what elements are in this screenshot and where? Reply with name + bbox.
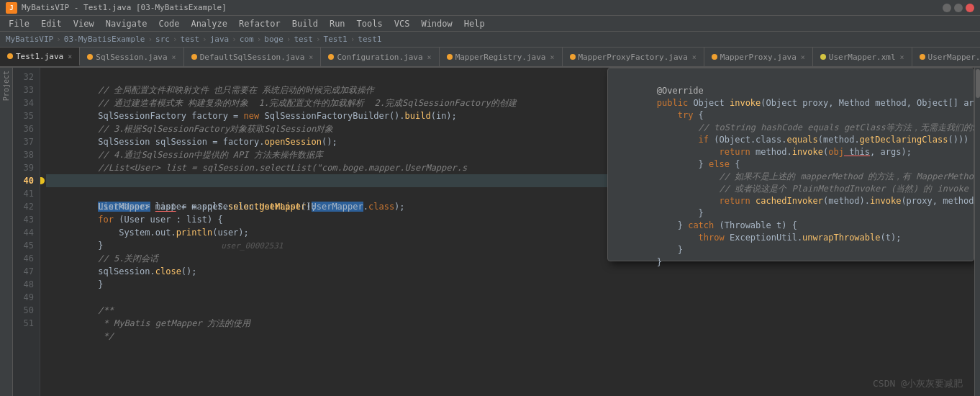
line-num-43: 43	[13, 213, 40, 226]
menu-analyze[interactable]: Analyze	[185, 19, 233, 29]
sidebar-label: Project	[2, 71, 10, 101]
app-icon: J	[6, 2, 17, 14]
nav-project[interactable]: MyBatisVIP	[6, 35, 53, 44]
line-num-51: 51	[13, 317, 40, 330]
project-sidebar-tab[interactable]: Project	[0, 68, 13, 396]
code-line-51: */	[46, 317, 968, 330]
window-title: MyBatisVIP - Test1.java [03-MyBatisExamp…	[22, 3, 227, 12]
line-num-41: 41	[13, 187, 40, 200]
tab-icon	[920, 54, 925, 60]
vertical-scrollbar[interactable]	[974, 68, 980, 396]
code-line-50: * MyBatis getMapper 方法的使用	[46, 304, 968, 317]
line-num-33: 33	[13, 84, 40, 96]
tab-label: SqlSession.java	[96, 53, 167, 62]
tab-defaultsqlsession[interactable]: DefaultSqlSession.java ×	[184, 48, 322, 66]
watermark: CSDN @小灰灰要减肥	[873, 377, 963, 390]
nav-testpkg[interactable]: test	[294, 35, 313, 44]
nav-module[interactable]: 03-MyBatisExample	[64, 35, 145, 44]
line-num-37: 37	[13, 135, 40, 148]
nav-test1-class[interactable]: Test1	[324, 35, 348, 44]
minimize-btn[interactable]	[943, 4, 951, 12]
line-num-45: 45	[13, 239, 40, 252]
tab-mapperregistry[interactable]: MapperRegistry.java ×	[440, 48, 563, 66]
nav-test[interactable]: test	[181, 35, 200, 44]
tab-icon	[820, 54, 826, 60]
tab-mapperproxyfactory[interactable]: MapperProxyFactory.java ×	[563, 48, 704, 66]
tab-usermapper-java[interactable]: UserMapper.java ×	[912, 48, 980, 66]
code-popup: @Override public Object invoke(Object pr…	[607, 68, 974, 261]
code-line-49: /**	[46, 291, 968, 304]
line-num-32: 32	[13, 71, 40, 84]
nav-src[interactable]: src	[155, 35, 170, 44]
line-num-38: 38	[13, 148, 40, 161]
tab-label: Configuration.java	[337, 53, 422, 62]
tab-label: UserMapper.java	[928, 53, 980, 62]
breadcrumb: MyBatisVIP › 03-MyBatisExample › src › t…	[0, 32, 980, 48]
tab-bar: Test1.java × SqlSession.java × DefaultSq…	[0, 48, 980, 68]
menu-navigate[interactable]: Navigate	[100, 19, 153, 29]
tab-test1[interactable]: Test1.java ×	[0, 48, 80, 66]
line-num-42: 42	[13, 200, 40, 213]
menu-run[interactable]: Run	[324, 19, 351, 29]
nav-java[interactable]: java	[210, 35, 230, 44]
tab-mapperproxy[interactable]: MapperProxy.java ×	[704, 48, 813, 66]
line-num-47: 47	[13, 265, 40, 278]
tab-label: UserMapper.xml	[829, 53, 896, 62]
menu-view[interactable]: View	[68, 19, 100, 29]
menu-build[interactable]: Build	[286, 19, 324, 29]
tab-configuration[interactable]: Configuration.java ×	[321, 48, 439, 66]
line-num-44: 44	[13, 226, 40, 239]
editor-area: Project 32 33 34 35 36 37 38 39 40 41 42…	[0, 68, 980, 396]
tab-label: MapperRegistry.java	[455, 53, 546, 62]
title-bar: J MyBatisVIP - Test1.java [03-MyBatisExa…	[0, 0, 980, 16]
tab-icon	[712, 54, 717, 60]
tab-close-icon[interactable]: ×	[172, 53, 176, 61]
tab-close-icon[interactable]: ×	[309, 53, 313, 61]
tab-close-icon[interactable]: ×	[550, 53, 554, 61]
line-num-49: 49	[13, 291, 40, 304]
menu-tools[interactable]: Tools	[351, 19, 389, 29]
menu-window[interactable]: Window	[415, 19, 458, 29]
menu-code[interactable]: Code	[153, 19, 186, 29]
menu-help[interactable]: Help	[458, 19, 491, 29]
code-editor[interactable]: // 全局配置文件和映射文件 也只需要在 系统启动的时候完成加载操作 // 通过…	[40, 68, 974, 396]
breakpoint-indicator	[40, 177, 45, 184]
line-num-34: 34	[13, 96, 40, 109]
maximize-btn[interactable]	[954, 4, 963, 12]
tab-label: MapperProxy.java	[720, 53, 797, 62]
line-num-35: 35	[13, 109, 40, 122]
tab-sqlsession[interactable]: SqlSession.java ×	[80, 48, 183, 66]
line-num-48: 48	[13, 278, 40, 291]
scrollbar-thumb[interactable]	[976, 69, 980, 98]
tab-label: MapperProxyFactory.java	[579, 53, 688, 62]
tab-icon	[87, 54, 93, 60]
code-line-47: }	[46, 265, 968, 278]
tab-icon	[328, 54, 334, 60]
code-line-48	[46, 278, 968, 291]
tab-label: Test1.java	[16, 52, 63, 61]
line-num-50: 50	[13, 304, 40, 317]
nav-boge[interactable]: boge	[264, 35, 283, 44]
nav-test1-method[interactable]: test1	[358, 35, 381, 44]
tab-icon	[447, 54, 453, 60]
tab-close-icon[interactable]: ×	[692, 53, 697, 61]
line-numbers: 32 33 34 35 36 37 38 39 40 41 42 43 44 4…	[13, 68, 40, 396]
close-btn[interactable]	[966, 4, 974, 12]
menu-edit[interactable]: Edit	[35, 19, 68, 29]
line-num-46: 46	[13, 252, 40, 265]
popup-line-1: @Override	[608, 73, 974, 85]
menu-refactor[interactable]: Refactor	[233, 19, 286, 29]
line-num-39: 39	[13, 161, 40, 174]
tab-label: DefaultSqlSession.java	[200, 53, 305, 62]
tab-close-icon[interactable]: ×	[427, 53, 432, 61]
tab-close-icon[interactable]: ×	[68, 53, 72, 60]
line-num-36: 36	[13, 122, 40, 135]
menu-file[interactable]: File	[3, 19, 35, 29]
tab-usermapper-xml[interactable]: UserMapper.xml ×	[813, 48, 912, 66]
nav-com[interactable]: com	[240, 35, 254, 44]
menu-vcs[interactable]: VCS	[389, 19, 416, 29]
menu-bar: File Edit View Navigate Code Analyze Ref…	[0, 16, 980, 32]
tab-icon	[7, 53, 13, 59]
tab-close-icon[interactable]: ×	[900, 53, 904, 61]
tab-close-icon[interactable]: ×	[801, 53, 805, 61]
